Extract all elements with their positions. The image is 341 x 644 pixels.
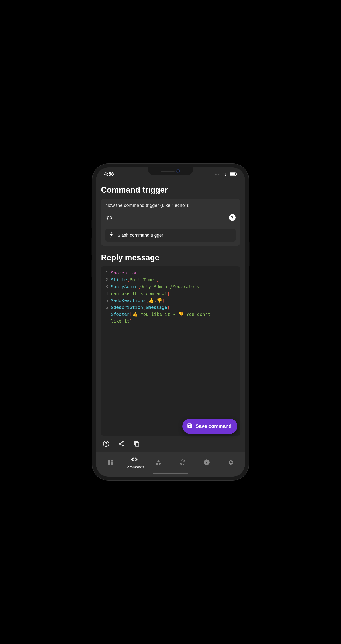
line-number: 2 — [103, 276, 111, 283]
line-number — [103, 318, 111, 325]
line-number: 3 — [103, 283, 111, 290]
save-icon — [187, 423, 193, 430]
code-line: 3$onlyAdmin[Only Admins/Moderators — [103, 283, 238, 290]
nav-help[interactable] — [195, 459, 219, 466]
status-time: 4:58 — [104, 171, 114, 177]
slash-command-label: Slash command trigger — [117, 233, 163, 238]
save-command-label: Save command — [196, 423, 232, 429]
line-number: 6 — [103, 304, 111, 311]
code-body: $description[$message] — [111, 304, 170, 311]
help-icon — [203, 459, 210, 466]
sync-icon — [179, 459, 186, 466]
code-line: 6$description[$message] — [103, 304, 238, 311]
svg-point-4 — [122, 441, 124, 443]
volume-up-button — [91, 238, 93, 255]
svg-point-6 — [122, 445, 124, 447]
svg-rect-7 — [135, 442, 139, 446]
code-icon — [131, 456, 138, 464]
power-button — [248, 242, 250, 266]
trigger-label: Now the command trigger (Like "!echo"): — [105, 203, 236, 208]
trigger-input[interactable] — [105, 215, 229, 220]
code-body: $onlyAdmin[Only Admins/Moderators — [111, 283, 199, 290]
phone-screen: 4:58 •••• Command trigger Now the comman… — [96, 168, 245, 476]
shapes-icon — [155, 459, 162, 466]
nav-sync[interactable] — [171, 459, 195, 466]
lightning-icon — [109, 232, 114, 239]
signal-dots-icon: •••• — [215, 172, 221, 176]
volume-down-button — [91, 260, 93, 278]
reply-code-editor[interactable]: 1$nomention2$title[Poll Time!]3$onlyAdmi… — [101, 266, 240, 436]
svg-rect-9 — [111, 460, 113, 462]
phone-frame: 4:58 •••• Command trigger Now the comman… — [93, 164, 248, 480]
svg-rect-10 — [111, 462, 113, 465]
trigger-card: Now the command trigger (Like "!echo"): … — [101, 199, 240, 246]
svg-rect-2 — [236, 174, 237, 175]
code-body: can use this command!] — [111, 290, 170, 297]
gear-icon — [228, 459, 234, 466]
code-line: 5$addReactions[👍;👎] — [103, 297, 238, 304]
notch — [148, 168, 193, 175]
nav-dashboard[interactable] — [98, 459, 122, 466]
line-number: 4 — [103, 290, 111, 297]
svg-rect-8 — [108, 460, 110, 463]
svg-rect-1 — [230, 173, 235, 175]
code-line: like it] — [103, 318, 238, 325]
svg-rect-12 — [156, 462, 158, 464]
code-line: 4can use this command!] — [103, 290, 238, 297]
line-number — [103, 311, 111, 318]
code-body: $addReactions[👍;👎] — [111, 297, 165, 304]
nav-label: Commands — [125, 465, 144, 470]
svg-rect-11 — [108, 463, 110, 465]
side-button — [91, 220, 93, 228]
help-outline-icon[interactable] — [102, 440, 110, 448]
help-icon[interactable]: ? — [229, 214, 236, 221]
bottom-nav: Commands — [96, 452, 245, 476]
action-row — [96, 436, 245, 452]
section-title-trigger: Command trigger — [101, 185, 240, 195]
code-body: like it] — [111, 318, 132, 325]
dashboard-icon — [107, 459, 113, 466]
save-command-button[interactable]: Save command — [182, 419, 237, 434]
code-line: 2$title[Poll Time!] — [103, 276, 238, 283]
svg-point-5 — [119, 443, 121, 445]
battery-icon — [230, 172, 237, 176]
share-icon[interactable] — [117, 440, 125, 448]
code-body: $footer[👍 You like it - 👎 You don't — [111, 311, 210, 318]
home-indicator — [153, 473, 188, 474]
svg-point-13 — [159, 462, 161, 464]
wifi-icon — [223, 172, 228, 176]
code-line: 1$nomention — [103, 270, 238, 276]
code-line: $footer[👍 You like it - 👎 You don't — [103, 311, 238, 318]
nav-shapes[interactable] — [146, 459, 171, 466]
nav-code[interactable]: Commands — [122, 456, 146, 470]
code-body: $nomention — [111, 270, 138, 276]
copy-icon[interactable] — [133, 440, 140, 448]
line-number: 5 — [103, 297, 111, 304]
slash-command-button[interactable]: Slash command trigger — [105, 229, 236, 242]
nav-gear[interactable] — [219, 459, 243, 466]
section-title-reply: Reply message — [101, 253, 240, 262]
code-body: $title[Poll Time!] — [111, 276, 159, 283]
line-number: 1 — [103, 270, 111, 276]
